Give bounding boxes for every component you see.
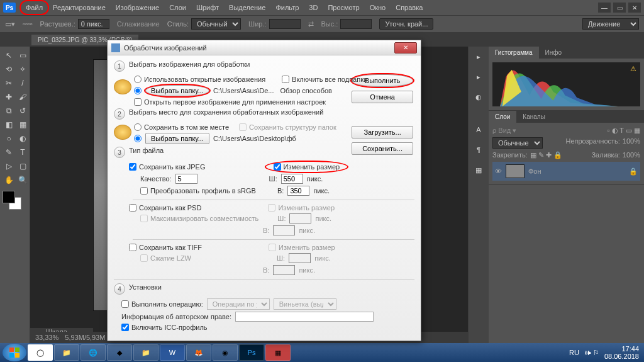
icc-checkbox[interactable]	[121, 324, 129, 331]
lang-indicator[interactable]: RU	[569, 349, 579, 356]
hand-tool[interactable]: ✋	[3, 174, 15, 186]
shape-tool[interactable]: ▢	[16, 160, 29, 173]
refine-edge-button[interactable]: Уточн. край...	[379, 18, 433, 30]
run-action-checkbox[interactable]	[121, 300, 129, 308]
menu-filter[interactable]: Фильтр	[270, 1, 304, 14]
heal-tool[interactable]: ✚	[3, 91, 15, 103]
histogram-tab[interactable]: Гистограмма	[489, 47, 539, 59]
layer-row[interactable]: 👁 Фон 🔒	[492, 162, 640, 181]
select-dest-folder-button[interactable]: Выбрать папку...	[145, 133, 209, 144]
blur-tool[interactable]: ○	[3, 132, 15, 145]
dodge-tool[interactable]: ◐	[16, 132, 29, 145]
dialog-titlebar[interactable]: Обработчик изображений ✕	[108, 40, 421, 55]
task-firefox[interactable]: 🦊	[186, 344, 211, 361]
lzw-checkbox	[140, 254, 148, 262]
zoom-level[interactable]: 33,33%	[35, 334, 58, 341]
save-button[interactable]: Сохранить...	[352, 142, 413, 155]
gradient-tool[interactable]: ▦	[16, 118, 29, 131]
layers-tab[interactable]: Слои	[489, 111, 516, 123]
save-tiff-checkbox[interactable]	[129, 244, 136, 251]
menu-layers[interactable]: Слои	[164, 1, 191, 14]
include-sub-checkbox[interactable]	[282, 76, 289, 83]
library-panel-icon[interactable]: ▦	[471, 162, 486, 178]
style-select[interactable]: Обычный	[191, 18, 241, 30]
jpeg-height-input[interactable]	[287, 186, 309, 196]
menu-3d[interactable]: 3D	[304, 1, 323, 14]
save-jpeg-checkbox[interactable]	[129, 163, 136, 171]
history-panel-icon[interactable]: ▸	[471, 49, 486, 64]
jpeg-h-label: В:	[277, 187, 284, 195]
clock-time: 17:44	[604, 345, 639, 353]
quality-input[interactable]	[175, 174, 197, 184]
color-swatches[interactable]	[3, 191, 21, 210]
menu-file[interactable]: Файл	[21, 1, 48, 14]
info-tab[interactable]: Инфо	[539, 47, 569, 59]
resize-jpeg-checkbox[interactable]	[274, 163, 281, 171]
resize-psd-label: Изменить размер	[278, 204, 335, 212]
minimize-button[interactable]: —	[598, 3, 611, 13]
task-explorer[interactable]: 📁	[54, 344, 79, 361]
task-photoshop[interactable]: Ps	[239, 344, 264, 361]
save-psd-checkbox[interactable]	[129, 204, 136, 212]
jpeg-width-input[interactable]	[281, 174, 303, 184]
brush-tool[interactable]: 🖌	[16, 91, 29, 103]
adjustments-panel-icon[interactable]: ◐	[471, 89, 486, 105]
select-folder-radio[interactable]	[134, 87, 142, 94]
history-brush-tool[interactable]: ↺	[16, 105, 29, 117]
use-open-radio[interactable]	[134, 76, 142, 83]
path-tool[interactable]: ▷	[3, 160, 15, 173]
type-tool[interactable]: T	[16, 146, 29, 159]
srgb-checkbox[interactable]	[140, 187, 148, 195]
tiff-w-label: Ш:	[277, 254, 285, 262]
folder-icon	[114, 125, 131, 140]
channels-tab[interactable]: Каналы	[516, 111, 552, 123]
menu-image[interactable]: Изображение	[111, 1, 164, 14]
opacity-value[interactable]: 100%	[623, 137, 640, 149]
task-yandex[interactable]: ◯	[28, 344, 53, 361]
open-first-checkbox[interactable]	[134, 98, 142, 106]
system-tray[interactable]: RU 🕪 ⚐ 17:44 08.06.2018	[569, 345, 641, 360]
feather-input[interactable]	[78, 19, 109, 29]
blend-mode-select[interactable]: Обычные	[492, 137, 543, 149]
menu-view[interactable]: Просмотр	[323, 1, 364, 14]
menu-edit[interactable]: Редактирование	[48, 1, 111, 14]
histogram-panel: Гистограмма Инфо ⚠	[489, 47, 644, 111]
visibility-icon[interactable]: 👁	[495, 167, 502, 175]
eyedropper-tool[interactable]: /	[16, 77, 29, 89]
start-button[interactable]	[3, 344, 26, 361]
menu-window[interactable]: Окно	[365, 1, 391, 14]
workspace-select[interactable]: Движение	[582, 18, 639, 30]
psd-h-label: В:	[263, 227, 269, 234]
task-folder[interactable]: 📁	[133, 344, 158, 361]
task-chrome[interactable]: 🌐	[80, 344, 106, 361]
type-panel-icon[interactable]: A	[471, 122, 486, 137]
task-app2[interactable]: ◉	[213, 344, 238, 361]
options-bar: ▭▾ ▫▫▫▫ Растушев.: Сглаживание Стиль: Об…	[0, 15, 644, 33]
task-app3[interactable]: ▦	[265, 344, 291, 361]
maximize-button[interactable]: ▭	[613, 3, 626, 13]
task-word[interactable]: W	[160, 344, 185, 361]
menu-type[interactable]: Шрифт	[191, 1, 224, 14]
marquee-tool[interactable]: ▭	[16, 49, 29, 62]
crop-tool[interactable]: ✂	[3, 77, 15, 89]
select-source-folder-button[interactable]: Выбрать папку...	[145, 85, 209, 96]
dialog-close-button[interactable]: ✕	[394, 42, 417, 54]
menu-help[interactable]: Справка	[391, 1, 428, 14]
marquee-tool-icon[interactable]: ▭▾	[5, 20, 15, 28]
wand-tool[interactable]: ✧	[16, 63, 29, 76]
select-dest-radio[interactable]	[134, 135, 142, 142]
menu-select[interactable]: Выделение	[224, 1, 270, 14]
eraser-tool[interactable]: ◧	[3, 118, 15, 131]
move-tool[interactable]: ↖	[3, 49, 15, 62]
fill-value[interactable]: 100%	[623, 151, 640, 159]
actions-panel-icon[interactable]: ▸	[471, 69, 486, 84]
task-app1[interactable]: ◆	[107, 344, 132, 361]
copyright-input[interactable]	[235, 312, 374, 322]
close-button[interactable]: ✕	[628, 3, 641, 13]
zoom-tool[interactable]: 🔍	[16, 174, 29, 186]
lasso-tool[interactable]: ⟲	[3, 63, 15, 76]
pen-tool[interactable]: ✎	[3, 146, 15, 159]
stamp-tool[interactable]: ⧉	[3, 105, 15, 117]
save-same-radio[interactable]	[134, 123, 142, 131]
paragraph-panel-icon[interactable]: ¶	[471, 142, 486, 157]
